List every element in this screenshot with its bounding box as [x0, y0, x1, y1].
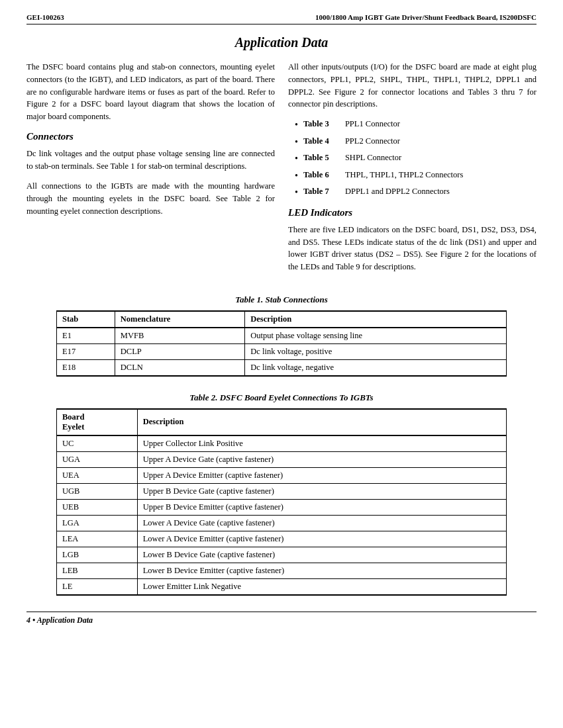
table1-header-description: Description — [245, 311, 507, 328]
table2-cell-0: UEB — [57, 499, 138, 515]
bullet-label: Table 6 — [303, 169, 340, 183]
table1-cell-2: Dc link voltage, negative — [245, 359, 507, 376]
table2-cell-1: Upper A Device Gate (captive fastener) — [137, 451, 506, 467]
bullet-text: DPPL1 and DPPL2 Connectors — [345, 186, 450, 199]
bullet-item: Table 4PPL2 Connector — [295, 136, 537, 149]
table2-container: Table 2. DSFC Board Eyelet Connections T… — [56, 392, 507, 596]
table-row: UGBUpper B Device Gate (captive fastener… — [57, 483, 507, 499]
led-heading: LED Indicators — [288, 207, 537, 218]
table-row: LGBLower B Device Gate (captive fastener… — [57, 547, 507, 563]
left-column: The DSFC board contains plug and stab-on… — [26, 61, 275, 281]
table2-title: Table 2. DSFC Board Eyelet Connections T… — [56, 392, 507, 403]
table2-cell-1: Lower A Device Gate (captive fastener) — [137, 515, 506, 531]
table2-cell-0: LGB — [57, 547, 138, 563]
connector-table-list: Table 3PPL1 ConnectorTable 4PPL2 Connect… — [288, 118, 537, 199]
table1-cell-0: E17 — [57, 343, 115, 359]
table2-cell-0: UEA — [57, 467, 138, 483]
bullet-text: PPL1 Connector — [345, 118, 400, 132]
table-row: LEALower A Device Emitter (captive faste… — [57, 531, 507, 547]
connectors-para1: Dc link voltages and the output phase vo… — [26, 148, 275, 173]
table1-cell-1: DCLP — [115, 343, 244, 359]
bullet-item: Table 7DPPL1 and DPPL2 Connectors — [295, 186, 537, 199]
table2-cell-1: Lower Emitter Link Negative — [137, 578, 506, 595]
bullet-text: SHPL Connector — [345, 152, 401, 165]
connectors-para2: All connections to the IGBTs are made wi… — [26, 180, 275, 217]
table2-cell-0: UC — [57, 435, 138, 452]
header-title: 1000/1800 Amp IGBT Gate Driver/Shunt Fee… — [315, 13, 537, 21]
table-row: UGAUpper A Device Gate (captive fastener… — [57, 451, 507, 467]
table1-header-nomenclature: Nomenclature — [115, 311, 244, 328]
table2-header-description: Description — [137, 409, 506, 435]
connectors-heading: Connectors — [26, 131, 275, 142]
table-row: E18DCLNDc link voltage, negative — [57, 359, 507, 376]
table-row: LEBLower B Device Emitter (captive faste… — [57, 563, 507, 578]
table1: Stab Nomenclature Description E1MVFBOutp… — [56, 310, 507, 377]
bullet-text: THPL, THPL1, THPL2 Connectors — [345, 169, 463, 183]
bullet-label: Table 7 — [303, 186, 340, 199]
table-row: UCUpper Collector Link Positive — [57, 435, 507, 452]
table2-cell-1: Lower B Device Emitter (captive fastener… — [137, 563, 506, 578]
table1-header-stab: Stab — [57, 311, 115, 328]
table2-cell-1: Lower B Device Gate (captive fastener) — [137, 547, 506, 563]
header-doc-number: GEI-100263 — [26, 13, 64, 21]
bullet-label: Table 3 — [303, 118, 340, 132]
table2-cell-0: LE — [57, 578, 138, 595]
table2-cell-1: Upper B Device Emitter (captive fastener… — [137, 499, 506, 515]
page-title: Application Data — [26, 35, 537, 50]
table1-cell-2: Dc link voltage, positive — [245, 343, 507, 359]
table-row: E1MVFBOutput phase voltage sensing line — [57, 328, 507, 344]
table-row: E17DCLPDc link voltage, positive — [57, 343, 507, 359]
page-header: GEI-100263 1000/1800 Amp IGBT Gate Drive… — [26, 13, 537, 24]
table2-cell-0: LEA — [57, 531, 138, 547]
bullet-text: PPL2 Connector — [345, 136, 400, 149]
led-text: There are five LED indicators on the DSF… — [288, 224, 537, 273]
table2-cell-0: LEB — [57, 563, 138, 578]
table2-cell-1: Lower A Device Emitter (captive fastener… — [137, 531, 506, 547]
table1-cell-2: Output phase voltage sensing line — [245, 328, 507, 344]
table2-cell-0: UGA — [57, 451, 138, 467]
bullet-item: Table 5SHPL Connector — [295, 152, 537, 165]
footer-text: 4 • Application Data — [26, 615, 93, 625]
bullet-item: Table 6THPL, THPL1, THPL2 Connectors — [295, 169, 537, 183]
table1-container: Table 1. Stab Connections Stab Nomenclat… — [56, 295, 507, 377]
page-footer: 4 • Application Data — [26, 612, 537, 625]
table1-cell-0: E1 — [57, 328, 115, 344]
table2-cell-1: Upper Collector Link Positive — [137, 435, 506, 452]
intro-paragraph: The DSFC board contains plug and stab-on… — [26, 61, 275, 123]
table2-cell-0: UGB — [57, 483, 138, 499]
table-row: UEAUpper A Device Emitter (captive faste… — [57, 467, 507, 483]
table1-title: Table 1. Stab Connections — [56, 295, 507, 305]
table2-cell-1: Upper B Device Gate (captive fastener) — [137, 483, 506, 499]
table2: Board Eyelet Description UCUpper Collect… — [56, 408, 507, 596]
right-intro: All other inputs/outputs (I/O) for the D… — [288, 61, 537, 111]
table-row: UEBUpper B Device Emitter (captive faste… — [57, 499, 507, 515]
table1-cell-1: MVFB — [115, 328, 244, 344]
bullet-label: Table 5 — [303, 152, 340, 165]
table2-cell-0: LGA — [57, 515, 138, 531]
bullet-label: Table 4 — [303, 136, 340, 149]
main-content: The DSFC board contains plug and stab-on… — [26, 61, 537, 281]
bullet-item: Table 3PPL1 Connector — [295, 118, 537, 132]
table-row: LELower Emitter Link Negative — [57, 578, 507, 595]
right-column: All other inputs/outputs (I/O) for the D… — [288, 61, 537, 281]
table2-header-eyelet: Board Eyelet — [57, 409, 138, 435]
table1-cell-1: DCLN — [115, 359, 244, 376]
table1-cell-0: E18 — [57, 359, 115, 376]
table-row: LGALower A Device Gate (captive fastener… — [57, 515, 507, 531]
table2-cell-1: Upper A Device Emitter (captive fastener… — [137, 467, 506, 483]
